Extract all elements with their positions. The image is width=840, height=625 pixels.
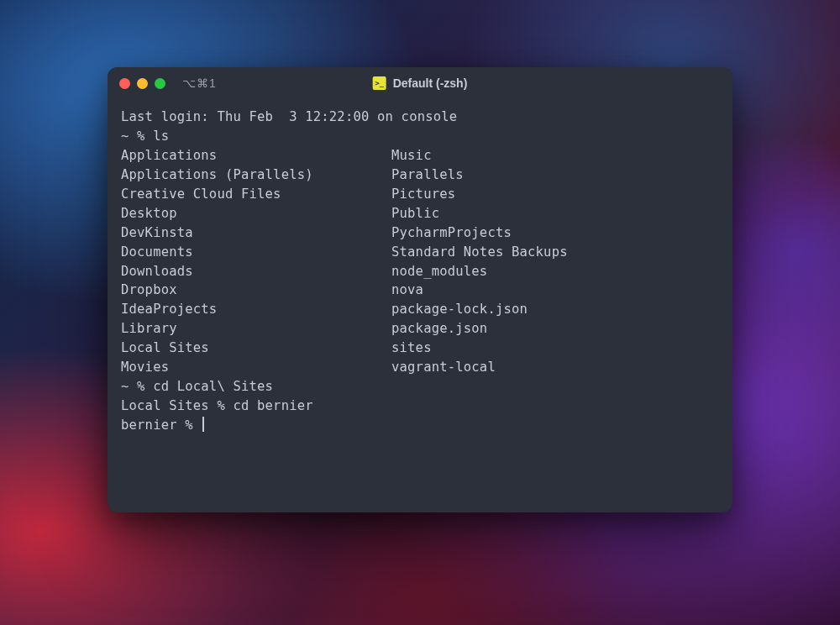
terminal-icon: [373, 76, 386, 90]
shortcut-indicator: ⌥⌘1: [182, 76, 217, 90]
list-item: Music: [391, 146, 568, 165]
list-item: Documents: [121, 243, 391, 262]
current-prompt-line[interactable]: bernier %: [121, 416, 719, 435]
list-item: Desktop: [121, 204, 391, 223]
prompt-line: ~ % ls: [121, 127, 719, 146]
minimize-button[interactable]: [137, 78, 148, 89]
list-item: Standard Notes Backups: [391, 243, 568, 262]
list-item: Pictures: [391, 185, 568, 204]
cursor: [202, 417, 204, 432]
terminal-body[interactable]: Last login: Thu Feb 3 12:22:00 on consol…: [108, 99, 732, 512]
list-item: Dropbox: [121, 281, 391, 300]
prompt-line: ~ % cd Local\ Sites: [121, 377, 719, 397]
list-item: vagrant-local: [391, 358, 568, 377]
list-item: package-lock.json: [391, 300, 568, 319]
ls-column-2: Music Parallels Pictures Public PycharmP…: [391, 146, 568, 377]
ls-column-1: Applications Applications (Parallels) Cr…: [121, 146, 391, 377]
maximize-button[interactable]: [155, 78, 165, 89]
terminal-window: ⌥⌘1 Default (-zsh) Last login: Thu Feb 3…: [108, 67, 732, 512]
list-item: Creative Cloud Files: [121, 185, 391, 204]
title-center: Default (-zsh): [373, 76, 468, 90]
list-item: DevKinsta: [121, 223, 391, 243]
list-item: node_modules: [391, 262, 568, 281]
list-item: Applications: [121, 146, 391, 165]
list-item: sites: [391, 339, 568, 358]
prompt-line: Local Sites % cd bernier: [121, 397, 719, 416]
window-title: Default (-zsh): [393, 76, 468, 90]
traffic-lights: [119, 78, 165, 89]
list-item: Movies: [121, 358, 391, 377]
ls-output: Applications Applications (Parallels) Cr…: [121, 146, 719, 377]
list-item: PycharmProjects: [391, 223, 568, 243]
list-item: Local Sites: [121, 339, 391, 358]
list-item: IdeaProjects: [121, 300, 391, 319]
current-prompt-text: bernier %: [121, 418, 201, 433]
list-item: Downloads: [121, 262, 391, 281]
list-item: nova: [391, 281, 568, 300]
list-item: Applications (Parallels): [121, 165, 391, 185]
list-item: Public: [391, 204, 568, 223]
list-item: Parallels: [391, 165, 568, 185]
window-titlebar[interactable]: ⌥⌘1 Default (-zsh): [108, 67, 732, 99]
last-login-line: Last login: Thu Feb 3 12:22:00 on consol…: [121, 108, 719, 127]
list-item: Library: [121, 319, 391, 339]
list-item: package.json: [391, 319, 568, 339]
close-button[interactable]: [119, 78, 130, 89]
